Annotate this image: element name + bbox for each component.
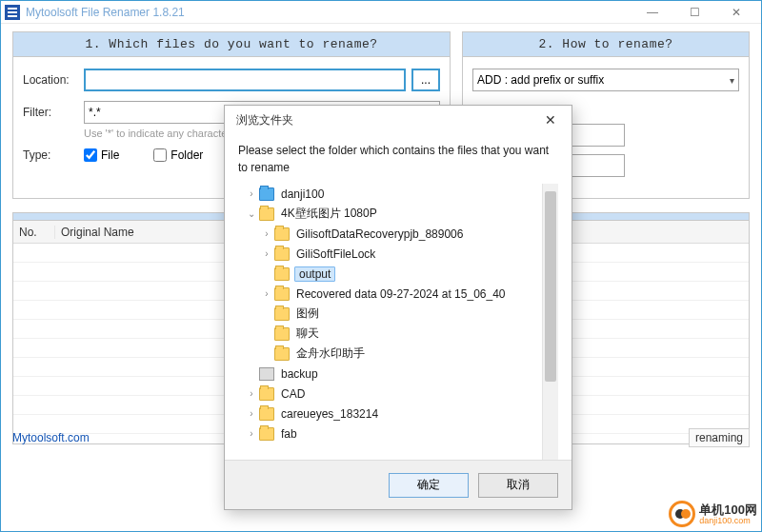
tree-item[interactable]: ›CAD — [238, 384, 541, 404]
tree-item[interactable]: ›careueyes_183214 — [238, 404, 541, 424]
scrollbar-thumb[interactable] — [545, 191, 556, 382]
window-title: Mytoolsoft File Renamer 1.8.21 — [26, 6, 185, 19]
dialog-prompt: Please select the folder which contains … — [238, 142, 558, 176]
tree-item-label: output — [294, 266, 335, 282]
expander-icon[interactable]: › — [261, 248, 272, 259]
tree-item-label: Recovered data 09-27-2024 at 15_06_40 — [294, 287, 508, 301]
tree-item[interactable]: ›fab — [238, 424, 541, 443]
folder-icon — [274, 247, 290, 261]
expander-icon[interactable]: › — [246, 428, 257, 439]
file-checkbox-label: File — [101, 148, 119, 162]
tree-item[interactable]: ›GilisoftDataRecoverypjb_889006 — [238, 224, 541, 244]
close-button[interactable]: ✕ — [715, 1, 757, 24]
browse-folder-dialog: 浏览文件夹 ✕ Please select the folder which c… — [224, 105, 572, 510]
tree-item-label: fab — [279, 427, 299, 441]
folder-icon — [259, 387, 274, 401]
file-checkbox-wrap[interactable]: File — [84, 148, 119, 162]
rename-method-select[interactable]: ADD : add prefix or suffix ▾ — [472, 69, 739, 91]
tree-item-label: 图例 — [294, 305, 321, 322]
folder-icon — [259, 427, 274, 441]
tree-item-label: GiliSoftFileLock — [294, 247, 377, 261]
folder-icon — [259, 407, 274, 421]
expander-icon[interactable]: ⌄ — [246, 208, 257, 219]
expander-icon[interactable]: › — [246, 408, 257, 419]
chevron-down-icon: ▾ — [730, 75, 734, 86]
panel-which-files-header: 1. Which files do you want to rename? — [13, 32, 450, 57]
tree-item[interactable]: ›GiliSoftFileLock — [238, 244, 541, 264]
brand-icon — [669, 501, 695, 527]
tree-item[interactable]: 金舟水印助手 — [238, 344, 541, 364]
ok-button[interactable]: 确定 — [389, 473, 469, 498]
tree-item-label: danji100 — [279, 187, 326, 201]
rename-method-value: ADD : add prefix or suffix — [477, 73, 604, 87]
folder-icon — [274, 327, 290, 341]
tree-item[interactable]: 图例 — [238, 304, 541, 324]
tree-item-label: GilisoftDataRecoverypjb_889006 — [294, 227, 465, 241]
titlebar: Mytoolsoft File Renamer 1.8.21 — ☐ ✕ — [1, 1, 761, 24]
folder-checkbox-label: Folder — [170, 148, 203, 162]
folder-icon — [274, 267, 290, 281]
tree-item-label: 金舟水印助手 — [294, 345, 367, 362]
folder-checkbox-wrap[interactable]: Folder — [153, 148, 203, 162]
minimize-button[interactable]: — — [632, 1, 673, 24]
expander-icon[interactable]: › — [246, 388, 257, 399]
tree-item[interactable]: output — [238, 264, 541, 284]
maximize-button[interactable]: ☐ — [673, 1, 715, 24]
brand-logo: 单机100网 danji100.com — [669, 501, 757, 527]
type-label: Type: — [23, 148, 78, 162]
tree-item[interactable]: ⌄4K壁纸图片 1080P — [238, 204, 541, 224]
dialog-close-button[interactable]: ✕ — [537, 108, 564, 131]
scrollbar[interactable] — [542, 184, 558, 460]
filter-label: Filter: — [23, 106, 78, 119]
printer-icon — [259, 367, 274, 381]
status-right: renaming — [689, 428, 750, 447]
folder-icon — [274, 287, 290, 301]
tree-item[interactable]: 聊天 — [238, 324, 541, 344]
brand-text: 单机100网 — [699, 503, 757, 516]
expander-icon[interactable]: › — [261, 228, 272, 239]
col-no-header[interactable]: No. — [13, 226, 55, 239]
browse-button[interactable]: ... — [411, 69, 440, 91]
file-checkbox[interactable] — [84, 148, 97, 162]
tree-item-label: 聊天 — [294, 325, 321, 342]
brand-subtext: danji100.com — [699, 516, 757, 525]
folder-icon — [274, 347, 290, 361]
folder-tree[interactable]: ›danji100⌄4K壁纸图片 1080P›GilisoftDataRecov… — [238, 184, 558, 460]
mytoolsoft-link[interactable]: Mytoolsoft.com — [12, 431, 90, 444]
expander-icon[interactable]: › — [261, 288, 272, 299]
cancel-button[interactable]: 取消 — [478, 473, 558, 498]
tree-item-label: 4K壁纸图片 1080P — [279, 206, 379, 222]
tree-item-label: careueyes_183214 — [279, 407, 380, 421]
tree-item-label: CAD — [279, 387, 307, 401]
main-window: Mytoolsoft File Renamer 1.8.21 — ☐ ✕ 1. … — [0, 0, 762, 532]
app-icon — [5, 5, 20, 20]
dialog-title: 浏览文件夹 — [236, 112, 293, 128]
panel-how-rename-header: 2. How to rename? — [463, 32, 749, 57]
folder-checkbox[interactable] — [153, 148, 167, 162]
location-input[interactable] — [84, 69, 406, 91]
folder-icon — [259, 187, 274, 201]
folder-icon — [274, 307, 290, 321]
tree-item-label: backup — [279, 367, 320, 381]
tree-item[interactable]: backup — [238, 364, 541, 384]
expander-icon[interactable]: › — [246, 188, 257, 199]
tree-item[interactable]: ›Recovered data 09-27-2024 at 15_06_40 — [238, 284, 541, 304]
folder-icon — [259, 207, 274, 221]
location-label: Location: — [23, 73, 78, 87]
folder-icon — [274, 227, 290, 241]
tree-item[interactable]: ›danji100 — [238, 184, 541, 204]
